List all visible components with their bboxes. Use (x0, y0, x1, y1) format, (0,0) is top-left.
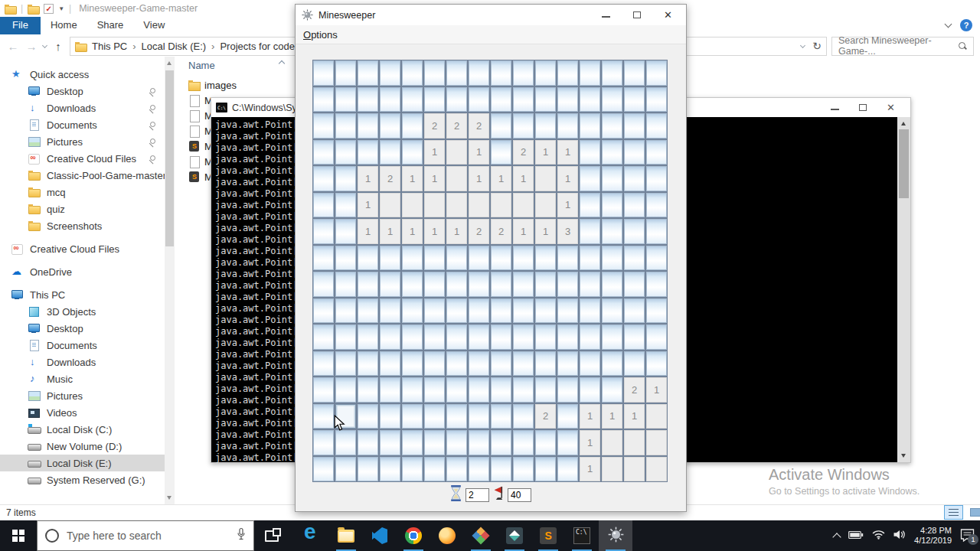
mine-cell[interactable] (335, 272, 356, 297)
mine-cell[interactable] (469, 430, 489, 455)
timer-field[interactable] (466, 488, 489, 502)
mine-cell[interactable] (646, 60, 667, 86)
close-button[interactable]: ✕ (664, 11, 672, 20)
tab-home[interactable]: Home (41, 17, 87, 34)
mine-cell[interactable] (491, 113, 511, 139)
tab-share[interactable]: Share (87, 17, 134, 34)
mine-cell[interactable] (313, 404, 334, 429)
minimize-button[interactable] (602, 16, 610, 18)
mine-cell[interactable] (358, 140, 378, 165)
mine-cell[interactable] (380, 113, 400, 139)
mine-cell[interactable] (358, 272, 378, 297)
mine-cell[interactable]: 1 (557, 140, 578, 165)
clock[interactable]: 4:28 PM 4/12/2019 (914, 526, 952, 546)
mine-cell[interactable] (646, 113, 667, 139)
mine-cell[interactable] (446, 246, 467, 271)
mine-cell[interactable]: 2 (624, 377, 645, 403)
maximize-button[interactable] (633, 11, 641, 18)
mine-cell[interactable]: 1 (358, 193, 378, 218)
mine-cell[interactable] (624, 193, 645, 218)
mine-cell[interactable] (402, 246, 423, 271)
mine-cell[interactable] (469, 404, 489, 429)
mine-cell[interactable] (557, 272, 578, 297)
mine-cell[interactable] (469, 324, 489, 350)
mine-cell[interactable] (424, 272, 445, 297)
mine-cell[interactable] (313, 87, 334, 112)
mine-cell[interactable] (624, 87, 645, 112)
start-button[interactable] (0, 520, 37, 551)
mine-cell[interactable] (402, 324, 423, 350)
scroll-down-icon[interactable] (167, 496, 172, 500)
mine-cell[interactable] (380, 324, 400, 350)
microphone-icon[interactable] (237, 527, 246, 544)
mine-cell[interactable] (335, 113, 356, 139)
mine-cell[interactable] (402, 193, 423, 218)
mine-cell[interactable] (491, 60, 511, 86)
mine-cell[interactable] (424, 351, 445, 377)
mine-cell[interactable] (602, 113, 622, 139)
sidebar-item-classic-pool-game-master[interactable]: Classic-Pool-Game-master (0, 167, 165, 184)
mine-cell[interactable] (491, 377, 511, 403)
mine-cell[interactable] (557, 113, 578, 139)
sidebar-item-quick-access[interactable]: Quick access (0, 66, 165, 83)
mine-cell[interactable]: 2 (469, 219, 489, 244)
mine-cell[interactable] (535, 324, 556, 350)
mine-cell[interactable] (380, 140, 400, 165)
mine-cell[interactable] (557, 430, 578, 455)
mine-cell[interactable] (313, 298, 334, 324)
mine-cell[interactable] (624, 60, 645, 86)
mine-cell[interactable] (535, 60, 556, 86)
hidden-icons-chevron-icon[interactable] (832, 533, 841, 541)
mine-cell[interactable] (624, 351, 645, 377)
mine-cell[interactable] (491, 404, 511, 429)
expand-ribbon-icon[interactable] (945, 21, 952, 28)
sidebar-item-creative-cloud-files[interactable]: Creative Cloud Files (0, 150, 165, 167)
mine-cell[interactable] (380, 272, 400, 297)
mine-cell[interactable] (491, 246, 511, 271)
mine-cell[interactable] (402, 430, 423, 455)
mine-cell[interactable]: 1 (491, 166, 511, 191)
mine-cell[interactable] (446, 324, 467, 350)
mine-cell[interactable] (313, 457, 334, 482)
sidebar-item-documents[interactable]: Documents (0, 337, 165, 354)
mine-cell[interactable]: 1 (380, 219, 400, 244)
mine-cell[interactable] (380, 404, 400, 429)
mine-cell[interactable] (380, 193, 400, 218)
mine-cell[interactable] (469, 87, 489, 112)
mines-field[interactable] (508, 488, 531, 502)
mine-cell[interactable] (535, 166, 556, 191)
sidebar-item-pictures[interactable]: Pictures (0, 387, 165, 404)
mine-cell[interactable] (446, 404, 467, 429)
mine-cell[interactable] (602, 377, 622, 403)
mine-cell[interactable] (557, 324, 578, 350)
mine-cell[interactable]: 1 (535, 219, 556, 244)
mine-cell[interactable] (402, 60, 423, 86)
sidebar-item-downloads[interactable]: Downloads (0, 354, 165, 370)
mine-cell[interactable] (602, 60, 622, 86)
mine-cell[interactable] (380, 87, 400, 112)
volume-icon[interactable] (893, 529, 906, 543)
mine-cell[interactable] (358, 113, 378, 139)
mine-cell[interactable] (469, 193, 489, 218)
mine-cell[interactable] (446, 87, 467, 112)
mine-cell[interactable] (580, 351, 600, 377)
mine-cell[interactable] (580, 324, 600, 350)
mine-cell[interactable]: 2 (446, 113, 467, 139)
mine-cell[interactable] (580, 298, 600, 324)
breadcrumb-folder[interactable]: Projects for code-pr (220, 41, 306, 52)
mine-cell[interactable] (446, 140, 467, 165)
mine-cell[interactable] (535, 351, 556, 377)
mine-cell[interactable] (491, 324, 511, 350)
sidebar-item-videos[interactable]: Videos (0, 404, 165, 421)
maximize-button[interactable] (859, 104, 867, 111)
mine-cell[interactable]: 1 (513, 219, 534, 244)
mine-cell[interactable] (380, 246, 400, 271)
wifi-icon[interactable] (872, 529, 885, 543)
scroll-up-icon[interactable] (901, 122, 906, 126)
mine-cell[interactable] (335, 166, 356, 191)
nav-scrollbar[interactable] (165, 57, 175, 504)
sidebar-item-local-disk-c[interactable]: Local Disk (C:) (0, 421, 165, 438)
taskbar-cmd-icon[interactable] (565, 520, 599, 551)
mine-cell[interactable]: 2 (535, 404, 556, 429)
mine-cell[interactable]: 3 (557, 219, 578, 244)
